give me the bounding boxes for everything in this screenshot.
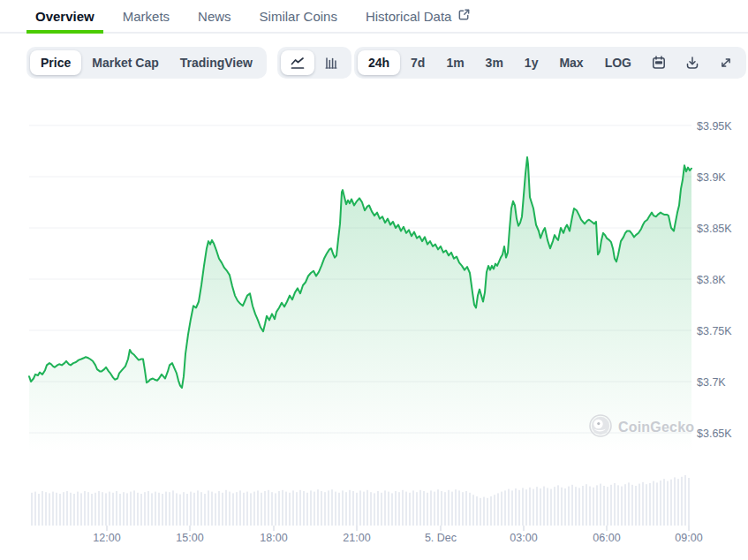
download-icon [684, 55, 700, 71]
tab-overview[interactable]: Overview [26, 0, 103, 32]
x-axis-label: 18:00 [260, 532, 287, 544]
tab-label: Historical Data [366, 9, 452, 24]
download-chart-button[interactable] [676, 50, 709, 75]
y-axis-label: $3.9K [697, 171, 726, 184]
x-axis-labels: 12:0015:0018:0021:005. Dec03:0006:0009:0… [93, 526, 702, 544]
expand-fullscreen-button[interactable] [709, 50, 743, 75]
calendar-icon [651, 55, 667, 71]
volume-bars [31, 475, 690, 526]
date-range-picker-button[interactable] [642, 50, 676, 75]
x-axis-label: 21:00 [343, 532, 370, 544]
tab-label: Markets [123, 9, 170, 24]
market-cap-button[interactable]: Market Cap [81, 50, 169, 75]
price-area-fill [29, 157, 691, 452]
range-max-button[interactable]: Max [548, 50, 593, 75]
log-scale-button[interactable]: LOG [594, 50, 642, 75]
tab-label: Similar Coins [260, 9, 337, 24]
candlestick-chart-icon [323, 55, 339, 71]
chart-toolbar: Price Market Cap TradingView 24h 7d 1m 3… [26, 47, 746, 79]
tab-label: Overview [35, 9, 94, 24]
y-axis-label: $3.8K [697, 274, 726, 286]
y-axis-label: $3.75K [697, 325, 732, 337]
range-1m-button[interactable]: 1m [435, 50, 474, 75]
tab-label: News [198, 9, 231, 24]
range-toolbar-group: 24h 7d 1m 3m 1y Max LOG [354, 47, 746, 79]
candlestick-chart-type-button[interactable] [314, 50, 348, 75]
expand-icon [718, 55, 734, 71]
tradingview-button[interactable]: TradingView [170, 50, 263, 75]
line-chart-icon [290, 55, 306, 71]
tab-news[interactable]: News [189, 0, 240, 32]
external-link-icon [457, 8, 471, 24]
range-1y-button[interactable]: 1y [514, 50, 549, 75]
tab-historical-data[interactable]: Historical Data [357, 0, 480, 32]
y-axis-label: $3.7K [697, 376, 726, 389]
x-axis-label: 15:00 [176, 532, 203, 544]
range-7d-button[interactable]: 7d [400, 50, 435, 75]
price-chart[interactable]: $3.95K$3.9K$3.85K$3.8K$3.75K$3.7K$3.65K1… [0, 106, 748, 560]
line-chart-type-button[interactable] [281, 50, 314, 75]
x-axis-label: 12:00 [93, 532, 120, 544]
range-24h-button[interactable]: 24h [358, 50, 400, 75]
y-axis-labels: $3.95K$3.9K$3.85K$3.8K$3.75K$3.7K$3.65K [697, 120, 732, 440]
coin-page-tabs: Overview Markets News Similar Coins Hist… [0, 0, 748, 34]
x-axis-label: 5. Dec [425, 532, 457, 544]
y-axis-label: $3.65K [697, 428, 732, 440]
y-axis-label: $3.85K [697, 223, 732, 235]
price-button[interactable]: Price [30, 50, 81, 75]
x-axis-label: 06:00 [593, 532, 620, 544]
range-3m-button[interactable]: 3m [475, 50, 514, 75]
y-axis-label: $3.95K [697, 120, 732, 132]
tab-similar-coins[interactable]: Similar Coins [251, 0, 346, 32]
metric-toggle-group: Price Market Cap TradingView [26, 47, 267, 79]
x-axis-label: 03:00 [510, 532, 537, 544]
x-axis-label: 09:00 [675, 532, 702, 544]
tab-markets[interactable]: Markets [114, 0, 178, 32]
chart-type-toggle-group [277, 47, 351, 79]
